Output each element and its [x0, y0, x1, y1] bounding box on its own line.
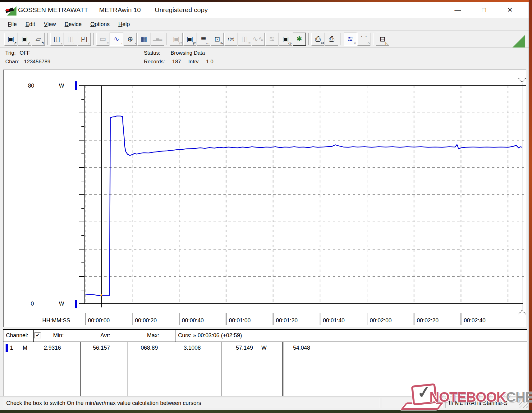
zoom-curve-button[interactable]: ⌒○ [357, 33, 370, 46]
numeric-display-button: ▭≡ [96, 33, 109, 46]
icon-accent: · [135, 41, 136, 45]
statusbar-message: Check the box to switch On the min/avr/m… [6, 400, 201, 406]
trig-label: Trig: [5, 50, 16, 56]
device-store-icon: ▣ [187, 35, 193, 43]
zoom-waveform-icon: ≋ [347, 35, 353, 43]
svg-text:HH:MM:SS: HH:MM:SS [42, 317, 70, 324]
bar-chart-icon: ▂▅▃ [153, 37, 162, 41]
svg-text:00:01:00: 00:01:00 [229, 317, 251, 324]
svg-text:W: W [59, 83, 64, 89]
svg-text:0: 0 [31, 301, 34, 307]
cursor-crosshair-button[interactable]: ⊕· [124, 33, 137, 46]
export-file-button: ▣⇄ [170, 33, 183, 46]
toolbar-separator [373, 33, 374, 45]
col-max-label: Max: [147, 332, 159, 339]
export-file-icon: ▣ [173, 35, 180, 43]
icon-accent: → [86, 41, 90, 45]
resize-grip[interactable] [519, 399, 528, 408]
save-as-icon: ▣ [21, 35, 28, 43]
measurement-table: Channel: ✓ Min: Avr: Max: Curs: » 00:03:… [3, 329, 527, 398]
chan-label: Chan: [5, 59, 19, 65]
acquisition-status-panel: Trig: OFF Chan: 123456789 Status: Browsi… [0, 48, 529, 69]
records-label: Records: [144, 59, 165, 65]
records-value: 187 [172, 59, 181, 65]
menu-item-edit[interactable]: Edit [22, 20, 38, 29]
annotation-bubble-button[interactable]: ⊟◺ [376, 33, 389, 46]
save-as-button[interactable]: ▣↙ [18, 33, 31, 46]
title-bar[interactable]: GOSSEN METRAWATT METRAwin 10 Unregistere… [0, 2, 529, 18]
zoom-waveform-button[interactable]: ≋○ [344, 33, 357, 46]
formula-fx-button[interactable]: ƒ(x) [224, 33, 237, 46]
numeric-display-icon: ▭ [100, 35, 106, 43]
send-device-button: ◫← [64, 33, 77, 46]
toolbar-separator [47, 33, 48, 45]
metrawin-window: GOSSEN METRAWATT METRAwin 10 Unregistere… [0, 2, 529, 410]
status-bar: Check the box to switch On the min/avr/m… [0, 396, 529, 409]
menu-item-device[interactable]: Device [62, 20, 85, 29]
icon-accent: ✉ [321, 41, 324, 45]
chart-panel[interactable]: 00:00:0000:00:2000:00:4000:01:0000:01:20… [3, 70, 526, 327]
device-clock-button[interactable]: ▣◷ [279, 33, 292, 46]
menu-bar: FileEditViewDeviceOptionsHelp [0, 18, 529, 31]
table-grid-line [127, 342, 127, 398]
status-label: Status: [144, 50, 160, 56]
col-cursor-label: Curs: » 00:03:06 (+02:59) [178, 332, 242, 339]
row-delta-value: 54.048 [293, 345, 310, 351]
table-grid-line [175, 342, 175, 398]
power-trend-chart[interactable]: 00:00:0000:00:2000:00:4000:01:0000:01:20… [4, 70, 526, 327]
open-file-button[interactable]: ▱↰ [32, 33, 45, 46]
device-name: !!! METRAHit Starline-S [449, 400, 507, 406]
icon-accent: · [121, 41, 122, 45]
memory-read-button[interactable]: ◰→ [78, 33, 91, 46]
channel-color-marker [6, 344, 8, 352]
chart-view-icon: ∿ [114, 35, 119, 43]
table-grid-line [33, 330, 34, 342]
row-max-value: 068.89 [141, 345, 158, 351]
table-view-button[interactable]: ▦ [137, 33, 150, 46]
close-button[interactable]: ✕ [497, 2, 523, 18]
icon-accent: ○ [368, 41, 370, 45]
read-device-button[interactable]: ◫→ [50, 33, 63, 46]
analog-signal-icon: ∿∿ [253, 35, 264, 43]
svg-text:80: 80 [28, 83, 34, 89]
minimize-button[interactable]: — [445, 2, 471, 18]
row-cursor2-unit: W [261, 345, 267, 351]
print-preview-button[interactable]: ⎙✉ [311, 33, 324, 46]
svg-text:00:01:40: 00:01:40 [323, 317, 345, 324]
icon-accent: ∿ [220, 41, 223, 45]
svg-text:W: W [59, 301, 64, 307]
menu-item-options[interactable]: Options [87, 20, 113, 29]
minmax-checkbox[interactable]: ✓ [34, 332, 41, 338]
interval-label: Intrv. [188, 59, 200, 65]
trig-value: OFF [20, 50, 30, 56]
channel-setup-button[interactable]: ≣⋯ [197, 33, 210, 46]
maximize-button[interactable]: □ [471, 2, 497, 18]
print-button[interactable]: ⎙ [325, 33, 338, 46]
icon-accent: ⇄ [179, 41, 182, 45]
icon-accent: ↗ [14, 41, 17, 45]
menu-item-view[interactable]: View [41, 20, 59, 29]
icon-accent: ○ [354, 41, 356, 45]
save-file-button[interactable]: ▣↗ [4, 33, 17, 46]
toolbar-separator [341, 33, 341, 45]
open-file-icon: ▱ [36, 35, 41, 43]
svg-text:00:02:20: 00:02:20 [417, 317, 438, 324]
svg-text:00:02:40: 00:02:40 [464, 317, 485, 324]
title-brand: GOSSEN METRAWATT [18, 6, 88, 14]
svg-text:00:00:40: 00:00:40 [182, 317, 204, 324]
device-321-button: ◫≡ [238, 33, 251, 46]
desktop-wallpaper-bottom [0, 410, 532, 413]
icon-accent: ◷ [288, 41, 291, 45]
menu-item-file[interactable]: File [5, 20, 20, 29]
app-logo-icon [5, 4, 16, 16]
row-cursor1-value: 3.1008 [184, 345, 201, 351]
monitor-waveform-button[interactable]: ⊡∿ [211, 33, 224, 46]
device-store-button[interactable]: ▣⇄ [183, 33, 196, 46]
row-cursor2-value: 57.149 [236, 345, 253, 351]
chart-view-button[interactable]: ∿· [110, 33, 123, 46]
menu-item-help[interactable]: Help [115, 20, 133, 29]
icon-accent: ◺ [386, 41, 388, 45]
debug-bug-button[interactable]: ✱ [293, 33, 306, 46]
table-grid-line [80, 342, 81, 398]
svg-text:00:00:20: 00:00:20 [135, 317, 157, 324]
